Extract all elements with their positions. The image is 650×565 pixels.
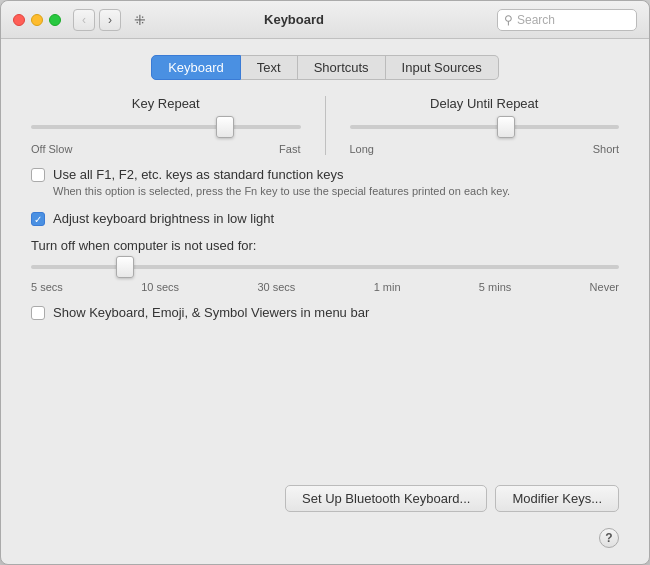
auto-off-label-5: Never [590, 281, 619, 293]
content-area: Keyboard Text Shortcuts Input Sources Ke… [1, 39, 649, 564]
key-repeat-slider-container [31, 117, 301, 137]
tab-input-sources[interactable]: Input Sources [386, 55, 499, 80]
delay-repeat-label: Delay Until Repeat [430, 96, 538, 111]
auto-off-section: Turn off when computer is not used for: … [21, 238, 629, 293]
delay-repeat-slider-container [350, 117, 620, 137]
fn-keys-row: Use all F1, F2, etc. keys as standard fu… [21, 167, 629, 199]
maximize-button[interactable] [49, 14, 61, 26]
auto-off-label-2: 30 secs [257, 281, 295, 293]
fn-keys-label: Use all F1, F2, etc. keys as standard fu… [53, 167, 510, 182]
auto-off-thumb[interactable] [116, 256, 134, 278]
brightness-checkbox[interactable]: ✓ [31, 212, 45, 226]
tabs: Keyboard Text Shortcuts Input Sources [21, 55, 629, 80]
key-repeat-thumb[interactable] [216, 116, 234, 138]
help-button[interactable]: ? [599, 528, 619, 548]
auto-off-label-0: 5 secs [31, 281, 63, 293]
menu-bar-row: Show Keyboard, Emoji, & Symbol Viewers i… [21, 305, 629, 320]
key-repeat-range: Off Slow Fast [31, 143, 301, 155]
fn-keys-content: Use all F1, F2, etc. keys as standard fu… [53, 167, 510, 199]
menu-bar-checkbox[interactable] [31, 306, 45, 320]
key-repeat-track [31, 125, 301, 129]
tab-text[interactable]: Text [241, 55, 298, 80]
brightness-label: Adjust keyboard brightness in low light [53, 211, 274, 226]
sliders-row: Key Repeat Off Slow Fast Delay Until Rep… [21, 96, 629, 155]
key-repeat-group: Key Repeat Off Slow Fast [31, 96, 301, 155]
fn-keys-desc: When this option is selected, press the … [53, 184, 510, 199]
window-title: Keyboard [91, 12, 497, 27]
auto-off-label-4: 5 mins [479, 281, 511, 293]
delay-repeat-group: Delay Until Repeat Long Short [350, 96, 620, 155]
minimize-button[interactable] [31, 14, 43, 26]
close-button[interactable] [13, 14, 25, 26]
tab-shortcuts[interactable]: Shortcuts [298, 55, 386, 80]
traffic-lights [13, 14, 61, 26]
search-input[interactable] [517, 13, 617, 27]
search-box[interactable]: ⚲ [497, 9, 637, 31]
delay-repeat-thumb[interactable] [497, 116, 515, 138]
help-container: ? [21, 528, 629, 548]
tab-keyboard[interactable]: Keyboard [151, 55, 241, 80]
keyboard-window: ‹ › ⁜ Keyboard ⚲ Keyboard Text Shortcuts… [0, 0, 650, 565]
slider-divider [325, 96, 326, 155]
delay-repeat-max: Short [593, 143, 619, 155]
bottom-buttons: Set Up Bluetooth Keyboard... Modifier Ke… [21, 477, 629, 516]
auto-off-label-1: 10 secs [141, 281, 179, 293]
delay-repeat-track [350, 125, 620, 129]
auto-off-range: 5 secs 10 secs 30 secs 1 min 5 mins Neve… [31, 281, 619, 293]
key-repeat-max: Fast [279, 143, 300, 155]
delay-repeat-range: Long Short [350, 143, 620, 155]
brightness-row: ✓ Adjust keyboard brightness in low ligh… [21, 211, 629, 226]
auto-off-track [31, 265, 619, 269]
auto-off-label: Turn off when computer is not used for: [31, 238, 619, 253]
bluetooth-keyboard-button[interactable]: Set Up Bluetooth Keyboard... [285, 485, 487, 512]
search-icon: ⚲ [504, 13, 513, 27]
titlebar: ‹ › ⁜ Keyboard ⚲ [1, 1, 649, 39]
auto-off-label-3: 1 min [374, 281, 401, 293]
fn-keys-checkbox[interactable] [31, 168, 45, 182]
menu-bar-label: Show Keyboard, Emoji, & Symbol Viewers i… [53, 305, 369, 320]
delay-repeat-min: Long [350, 143, 374, 155]
modifier-keys-button[interactable]: Modifier Keys... [495, 485, 619, 512]
key-repeat-min: Off Slow [31, 143, 72, 155]
key-repeat-label: Key Repeat [132, 96, 200, 111]
